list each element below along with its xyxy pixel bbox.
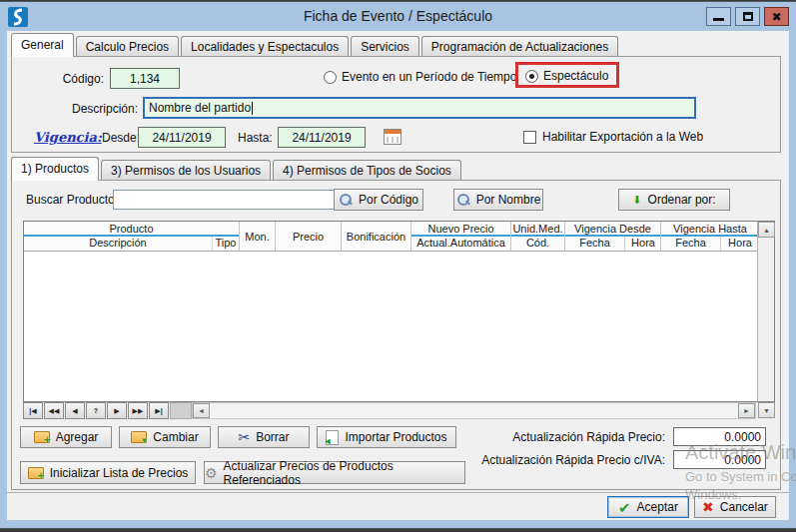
header-nuevo-precio[interactable]: Nuevo Precio: [411, 222, 510, 237]
actualizar-referenciados-label: Actualizar Precios de Productos Referenc…: [224, 459, 464, 487]
titlebar[interactable]: Ficha de Evento / Espectáculo ✖: [0, 2, 796, 31]
descripcion-field[interactable]: Nombre del partido: [143, 97, 696, 119]
inicializar-lista-button[interactable]: Inicializar Lista de Precios: [20, 461, 196, 484]
cancelar-button[interactable]: ✖ Cancelar: [694, 496, 776, 518]
minimize-icon: [713, 18, 724, 21]
header-fecha-desde[interactable]: Fecha: [565, 237, 625, 251]
tab-permisos-socios[interactable]: 4) Permisos de Tipos de Socios: [273, 160, 461, 181]
close-button[interactable]: ✖: [764, 7, 789, 26]
minimize-button[interactable]: [706, 7, 731, 26]
header-fecha-hasta[interactable]: Fecha: [661, 237, 721, 251]
rapida-iva-field[interactable]: 0.0000: [673, 450, 766, 469]
nav-fast-next-button[interactable]: ▶▶: [128, 402, 148, 419]
rapida-precio-label: Actualización Rápida Precio:: [431, 430, 665, 444]
text-caret: [252, 102, 253, 115]
por-codigo-button[interactable]: Por Código: [334, 189, 423, 211]
nav-first-button[interactable]: |◀: [23, 402, 43, 419]
calendar-icon[interactable]: [384, 129, 401, 145]
gears-icon: ⚙: [205, 466, 218, 480]
tab-calculo-precios[interactable]: Calculo Precios: [76, 36, 179, 57]
nav-fast-prev-button[interactable]: ◀◀: [44, 402, 64, 419]
radio-evento-periodo[interactable]: Evento en un Período de Tiempo: [324, 70, 516, 84]
column-nuevo-precio[interactable]: Nuevo Precio Actual.Automática: [411, 222, 511, 251]
header-bonificacion[interactable]: Bonificación: [342, 222, 411, 251]
column-vigencia-desde[interactable]: Vigencia Desde Fecha Hora: [565, 222, 661, 251]
folder-add-icon: [34, 431, 50, 443]
header-tipo[interactable]: Tipo: [213, 237, 239, 251]
checkbox-unchecked-icon: [523, 131, 536, 144]
hasta-field[interactable]: 24/11/2019: [278, 127, 366, 148]
radio-espectaculo[interactable]: Espectáculo: [525, 69, 608, 83]
descripcion-value: Nombre del partido: [149, 101, 251, 115]
column-unid-med[interactable]: Unid.Med. Cód.: [511, 222, 565, 251]
scroll-up-icon[interactable]: ▲: [758, 222, 775, 238]
cambiar-button[interactable]: Cambiar: [119, 426, 211, 448]
ordenar-por-button[interactable]: ⬇ Ordenar por:: [618, 189, 730, 211]
rapida-iva-label: Actualización Rápida Precio c/IVA:: [431, 453, 665, 467]
hscroll-thumb[interactable]: [170, 402, 192, 419]
radio-evento-periodo-label: Evento en un Período de Tiempo: [342, 70, 516, 84]
scroll-down-icon[interactable]: ▼: [758, 402, 775, 418]
dialog-content: General Calculo Precios Localidades y Es…: [7, 31, 789, 520]
habilitar-checkbox-row[interactable]: Habilitar Exportación a la Web: [523, 130, 703, 144]
maximize-button[interactable]: [735, 7, 760, 26]
codigo-label: Código:: [42, 72, 104, 86]
header-actual-automatica[interactable]: Actual.Automática: [411, 237, 510, 251]
tab-permisos-usuarios[interactable]: 3) Permisos de los Usuarios: [101, 160, 271, 181]
aceptar-button[interactable]: ✔ Aceptar: [607, 496, 689, 518]
folder-edit-icon: [131, 431, 147, 443]
header-unid-med[interactable]: Unid.Med.: [511, 222, 564, 237]
header-hora-desde[interactable]: Hora: [625, 237, 661, 251]
grid-horizontal-scrollbar[interactable]: ◄ ►: [192, 402, 756, 419]
cancelar-label: Cancelar: [720, 500, 768, 514]
descripcion-label: Descripción:: [52, 102, 138, 116]
por-codigo-label: Por Código: [359, 193, 418, 207]
column-vigencia-hasta[interactable]: Vigencia Hasta Fecha Hora: [661, 222, 759, 251]
buscar-producto-input[interactable]: [113, 190, 335, 210]
tab-localidades[interactable]: Localidades y Espectaculos: [181, 36, 349, 57]
header-vigencia-hasta[interactable]: Vigencia Hasta: [661, 222, 759, 237]
nav-last-button[interactable]: ▶|: [149, 402, 169, 419]
radio-unchecked-icon: [324, 71, 337, 84]
header-hora-hasta[interactable]: Hora: [721, 237, 759, 251]
scroll-left-icon[interactable]: ◄: [193, 403, 210, 418]
window-title: Ficha de Evento / Espectáculo: [0, 2, 796, 31]
scroll-right-icon[interactable]: ►: [738, 403, 755, 418]
agregar-button[interactable]: Agregar: [20, 426, 112, 448]
tab-general[interactable]: General: [11, 33, 74, 57]
grid-header: Producto Descripción Tipo Mon. Precio Bo…: [24, 222, 757, 252]
general-panel: Código: 1,134 Evento en un Período de Ti…: [11, 56, 781, 153]
tab-servicios[interactable]: Servicios: [351, 36, 419, 57]
desde-field[interactable]: 24/11/2019: [138, 127, 226, 148]
rapida-precio-field[interactable]: 0.0000: [673, 427, 766, 446]
por-nombre-button[interactable]: Por Nombre: [453, 189, 543, 211]
nav-prev-button[interactable]: ◀: [65, 402, 85, 419]
borrar-label: Borrar: [256, 430, 289, 444]
header-precio[interactable]: Precio: [276, 222, 342, 251]
header-descripcion[interactable]: Descripción: [24, 237, 213, 251]
tab-programacion[interactable]: Programación de Actualizaciones: [421, 36, 618, 57]
codigo-field[interactable]: 1,134: [110, 68, 180, 89]
por-nombre-label: Por Nombre: [476, 193, 541, 207]
column-producto[interactable]: Producto Descripción Tipo: [24, 222, 240, 251]
header-mon[interactable]: Mon.: [240, 222, 276, 251]
header-producto[interactable]: Producto: [24, 222, 239, 237]
header-cod[interactable]: Cód.: [511, 237, 564, 251]
check-icon: ✔: [618, 500, 631, 515]
nav-next-button[interactable]: ▶: [107, 402, 127, 419]
radio-checked-icon: [525, 70, 538, 83]
grid-body[interactable]: [24, 252, 757, 401]
actualizar-referenciados-button[interactable]: ⚙ Actualizar Precios de Productos Refere…: [204, 461, 465, 484]
borrar-button[interactable]: ✂ Borrar: [218, 426, 310, 448]
tab-productos[interactable]: 1) Productos: [11, 157, 99, 181]
maximize-icon: [743, 12, 753, 21]
cambiar-label: Cambiar: [153, 430, 198, 444]
nav-search-button[interactable]: ?: [86, 402, 106, 419]
grid-vertical-scrollbar[interactable]: ▲: [757, 222, 774, 401]
search-icon: [339, 193, 353, 207]
header-vigencia-desde[interactable]: Vigencia Desde: [565, 222, 660, 237]
products-grid: Producto Descripción Tipo Mon. Precio Bo…: [23, 221, 775, 402]
search-icon: [456, 193, 470, 207]
footer-bar: ✔ Aceptar ✖ Cancelar: [7, 492, 789, 520]
sort-down-icon: ⬇: [632, 195, 641, 206]
